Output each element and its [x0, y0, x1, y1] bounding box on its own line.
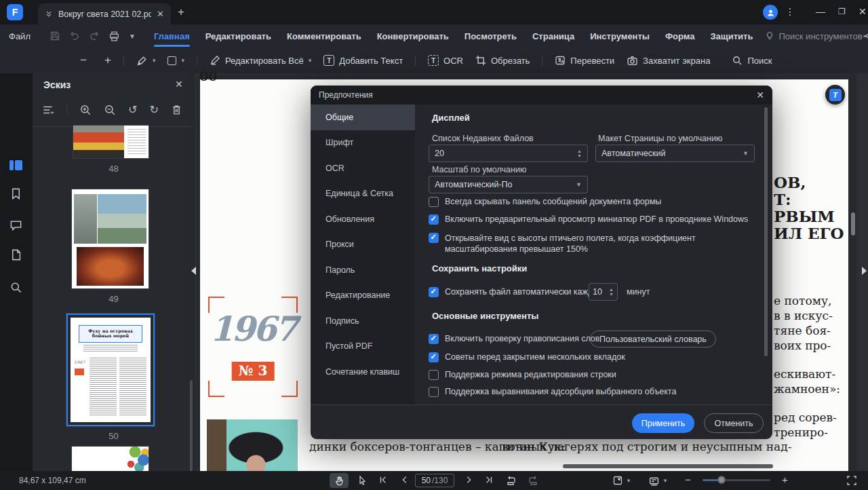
menu-tab-comment[interactable]: Комментировать — [287, 24, 361, 48]
menu-tab-protect[interactable]: Защитить — [710, 24, 753, 48]
dialog-nav-updates[interactable]: Обновления — [311, 206, 415, 232]
thumbnail-page-49[interactable] — [72, 189, 149, 288]
dialog-nav-ocr[interactable]: OCR — [311, 155, 415, 181]
checkbox[interactable] — [429, 370, 439, 380]
search-button[interactable]: Поиск — [732, 55, 772, 66]
share-plane-icon[interactable] — [863, 31, 868, 41]
account-avatar[interactable] — [763, 5, 778, 20]
checkbox-row-autosave[interactable]: Сохранять файл автоматически каждые — [429, 287, 604, 297]
checkbox[interactable] — [429, 197, 439, 207]
thumbnail-page-50-selected[interactable]: Фуху на островах бойных морей 1967 — [66, 314, 155, 426]
window-minimize-button[interactable]: — — [816, 6, 825, 17]
thumb-zoom-out-icon[interactable] — [104, 104, 116, 116]
fit-mode-control[interactable]: ▼ — [612, 475, 631, 486]
dialog-nav-signature[interactable]: Подпись — [311, 308, 415, 334]
menu-file[interactable]: Файл — [0, 31, 40, 41]
autosave-interval-input[interactable]: 10 ▲▼ — [589, 283, 618, 301]
dialog-nav-password[interactable]: Пароль — [311, 257, 415, 283]
hand-tool-button[interactable] — [330, 473, 349, 488]
menu-tab-page[interactable]: Страница — [532, 24, 574, 48]
export-dropdown-icon[interactable]: ▼ — [129, 33, 136, 40]
last-page-icon[interactable] — [484, 475, 494, 485]
delete-page-icon[interactable] — [171, 104, 182, 115]
checkbox-row-spellcheck[interactable]: Включить проверку правописания слов — [429, 334, 599, 344]
spinner-arrows-icon[interactable]: ▲▼ — [577, 149, 582, 158]
more-menu-button[interactable]: ⋮ — [785, 6, 795, 17]
floating-edit-text-button[interactable]: T — [825, 85, 845, 105]
zoom-out-button[interactable]: − — [80, 54, 87, 67]
edit-all-button[interactable]: Редактировать Всё▾ — [210, 55, 311, 66]
checkbox[interactable] — [429, 233, 439, 243]
dialog-nav-general[interactable]: Общие — [311, 105, 415, 130]
view-mode-control[interactable]: ▼ — [648, 475, 668, 487]
zoom-slider-thumb[interactable] — [717, 476, 726, 484]
next-page-icon[interactable] — [464, 475, 473, 485]
save-icon[interactable] — [50, 31, 60, 41]
search-panel-icon[interactable] — [9, 281, 22, 294]
dialog-close-icon[interactable]: ✕ — [756, 90, 764, 100]
checkbox-row-snap-alignment[interactable]: Поддержка выравнивания адсорбции выбранн… — [429, 387, 676, 397]
attachments-icon[interactable] — [9, 248, 22, 261]
checkbox[interactable] — [429, 214, 439, 225]
rotate-right-icon[interactable]: ↻ — [149, 103, 158, 116]
menu-tab-home[interactable]: Главная — [154, 24, 190, 48]
first-page-icon[interactable] — [378, 475, 388, 485]
tab-close-icon[interactable]: ✕ — [157, 9, 164, 19]
document-vertical-scrollbar-thumb[interactable] — [851, 212, 855, 235]
previous-page-icon[interactable] — [400, 475, 410, 485]
fullscreen-icon[interactable] — [846, 475, 857, 486]
zoom-increase-button[interactable]: + — [782, 474, 788, 485]
collapse-panel-arrow[interactable] — [191, 267, 196, 275]
dialog-scrollbar-thumb[interactable] — [764, 107, 768, 356]
default-zoom-select[interactable]: Автоматический-По ▼ — [429, 176, 588, 193]
undo-icon[interactable] — [69, 31, 80, 41]
checkbox-row-birdseye-view[interactable]: Открывайте вид с высоты птичьего полета,… — [429, 233, 753, 255]
checkbox[interactable] — [429, 387, 439, 397]
menu-tab-tools[interactable]: Инструменты — [590, 24, 650, 48]
checkbox-row-hide-message-bar[interactable]: Всегда скрывать панель сообщений докумен… — [429, 197, 661, 207]
add-text-button[interactable]: T Добавить Текст — [323, 55, 403, 66]
checkbox-row-line-edit-mode[interactable]: Поддержка режима редактирования строки — [429, 370, 616, 380]
thumb-zoom-in-icon[interactable] — [79, 104, 92, 116]
thumbnail-page-51[interactable] — [72, 447, 149, 471]
tool-search[interactable]: Поиск инструментов — [765, 31, 862, 41]
menu-tab-edit[interactable]: Редактировать — [205, 24, 271, 48]
new-tab-button[interactable]: + — [178, 5, 184, 19]
spinner-arrows-icon[interactable]: ▲▼ — [609, 288, 614, 297]
dialog-nav-editing[interactable]: Редактирование — [311, 283, 415, 309]
shape-tool-button[interactable]: ▾ — [167, 56, 184, 65]
window-maximize-button[interactable]: ❐ — [838, 7, 846, 16]
menu-tab-view[interactable]: Посмотреть — [465, 24, 517, 48]
dialog-nav-shortcuts[interactable]: Сочетание клавиш — [311, 359, 415, 385]
cancel-button[interactable]: Отменить — [704, 413, 764, 433]
comments-icon[interactable] — [9, 219, 22, 231]
checkbox[interactable] — [429, 287, 439, 297]
thumbnail-panel-icon[interactable] — [9, 160, 22, 170]
previous-view-icon[interactable] — [506, 475, 517, 486]
select-tool-icon[interactable] — [357, 475, 368, 486]
zoom-in-button[interactable]: + — [104, 54, 111, 67]
checkbox-row-thumbnail-preview[interactable]: Включить предварительный просмотр миниат… — [429, 214, 748, 225]
checkbox-row-close-tabs-tips[interactable]: Советы перед закрытием нескольких вкладо… — [429, 352, 625, 362]
document-vertical-scrollbar[interactable] — [849, 72, 856, 471]
zoom-decrease-button[interactable]: − — [685, 474, 691, 485]
redo-icon[interactable] — [89, 31, 100, 41]
sort-options-icon[interactable] — [42, 104, 54, 116]
dialog-nav-blank-pdf[interactable]: Пустой PDF — [311, 334, 415, 360]
dialog-nav-font[interactable]: Шрифт — [311, 130, 415, 156]
document-horizontal-scrollbar-thumb[interactable] — [563, 464, 773, 468]
thumbnail-page-48[interactable] — [73, 126, 149, 158]
page-number-input[interactable]: 50/130 — [415, 474, 454, 487]
checkbox[interactable] — [429, 334, 439, 344]
dialog-nav-proxy[interactable]: Прокси — [311, 232, 415, 258]
crop-button[interactable]: Обрезать — [475, 55, 530, 66]
translate-button[interactable]: Перевести — [555, 55, 614, 66]
recent-files-input[interactable]: 20 ▲▼ — [429, 145, 588, 162]
ocr-button[interactable]: T OCR — [428, 55, 463, 66]
thumbnail-panel-close-icon[interactable]: ✕ — [175, 79, 183, 90]
menu-tab-convert[interactable]: Конвертировать — [377, 24, 449, 48]
window-close-button[interactable]: ✕ — [859, 6, 867, 17]
page-layout-select[interactable]: Автоматический ▼ — [595, 145, 755, 162]
next-view-icon[interactable] — [528, 475, 538, 486]
rotate-left-icon[interactable]: ↺ — [128, 103, 137, 116]
